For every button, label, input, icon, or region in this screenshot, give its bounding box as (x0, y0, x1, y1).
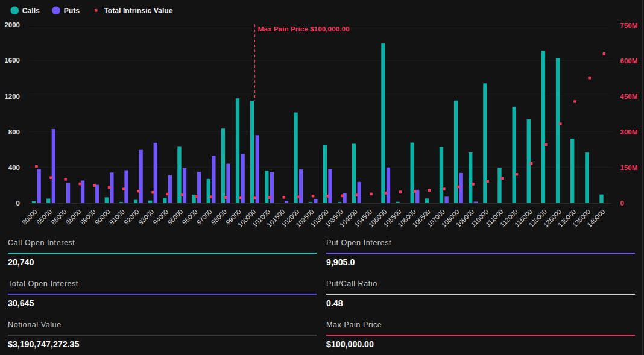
svg-text:91000: 91000 (108, 208, 126, 226)
svg-text:450M: 450M (620, 93, 638, 100)
svg-text:300M: 300M (620, 128, 638, 136)
svg-text:400: 400 (8, 164, 20, 171)
svg-text:750M: 750M (620, 22, 638, 29)
svg-text:600M: 600M (620, 57, 638, 64)
svg-text:86000: 86000 (49, 208, 68, 226)
svg-text:Puts: Puts (64, 7, 80, 15)
svg-text:92000: 92000 (122, 208, 140, 226)
svg-text:89000: 89000 (79, 208, 97, 226)
svg-text:88000: 88000 (64, 208, 82, 226)
svg-text:Max Pain Price $100,000.00: Max Pain Price $100,000.00 (258, 25, 350, 33)
svg-text:150M: 150M (620, 164, 638, 171)
svg-text:Total Intrinsic Value: Total Intrinsic Value (104, 7, 172, 15)
svg-text:85000: 85000 (35, 208, 53, 226)
svg-text:Calls: Calls (22, 7, 40, 15)
svg-text:97000: 97000 (195, 208, 213, 226)
svg-text:0: 0 (16, 199, 20, 207)
svg-text:2000: 2000 (4, 21, 20, 28)
svg-text:90000: 90000 (93, 208, 112, 226)
svg-text:1600: 1600 (4, 57, 20, 64)
svg-text:0: 0 (620, 199, 624, 207)
svg-text:80000: 80000 (21, 208, 39, 226)
svg-text:95000: 95000 (166, 208, 184, 226)
svg-text:98000: 98000 (210, 208, 228, 226)
svg-text:93000: 93000 (137, 208, 155, 226)
svg-text:800: 800 (8, 128, 20, 136)
svg-text:96000: 96000 (180, 208, 198, 226)
svg-text:1200: 1200 (4, 93, 20, 100)
svg-text:94000: 94000 (151, 208, 169, 226)
